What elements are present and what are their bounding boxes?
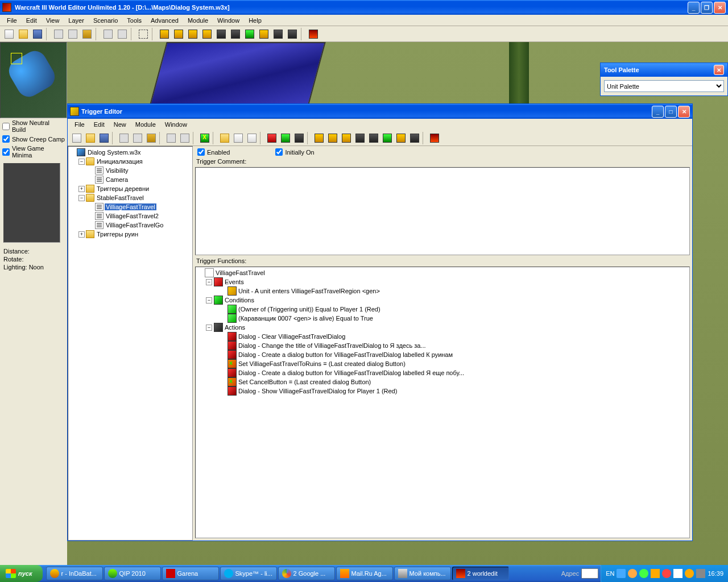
sound-editor-button[interactable] <box>271 28 284 40</box>
trigger-tree[interactable]: Dialog System.w3x −Инициализация Visibil… <box>68 146 193 541</box>
te-redo-button[interactable] <box>178 132 191 144</box>
neutral-check[interactable] <box>2 123 10 130</box>
menu-view[interactable]: View <box>42 16 64 25</box>
start-button[interactable]: пуск <box>0 565 43 582</box>
te-close-button[interactable]: ✕ <box>678 106 690 118</box>
te-save-button[interactable] <box>97 132 110 144</box>
te-mod8-button[interactable] <box>408 132 421 144</box>
func-event-1[interactable]: Unit - A unit enters VilliageFastTravelR… <box>197 286 688 296</box>
tree-trigger-vft2[interactable]: VilliageFastTravel2 <box>69 211 191 221</box>
menu-layer[interactable]: Layer <box>64 16 89 25</box>
menu-window[interactable]: Window <box>213 16 244 25</box>
func-act-2[interactable]: Dialog - Change the title of VilliageFas… <box>197 341 688 350</box>
menu-module[interactable]: Module <box>183 16 213 25</box>
tree-folder-stable[interactable]: −StableFastTravel <box>69 193 191 202</box>
save-button[interactable] <box>31 28 44 40</box>
tree-trigger-camera[interactable]: Camera <box>69 175 191 184</box>
func-events[interactable]: −Events <box>197 277 688 286</box>
copy-button[interactable] <box>66 28 79 40</box>
menu-help[interactable]: Help <box>244 16 266 25</box>
tree-folder-ruins[interactable]: +Триггеры руин <box>69 230 191 239</box>
new-button[interactable] <box>2 28 15 40</box>
func-act-3[interactable]: Dialog - Create a dialog button for Vill… <box>197 350 688 359</box>
te-mod4-button[interactable] <box>353 132 366 144</box>
te-menu-window[interactable]: Window <box>160 120 192 129</box>
te-paste-button[interactable] <box>144 132 158 144</box>
restore-button[interactable]: ❐ <box>701 2 713 14</box>
func-act-6[interactable]: Set CancelButton = (Last created dialog … <box>197 377 688 386</box>
te-mod7-button[interactable] <box>394 132 407 144</box>
func-act-5[interactable]: Dialog - Create a dialog button for Vill… <box>197 368 688 377</box>
comment-textarea[interactable] <box>195 167 690 255</box>
tray-icon[interactable] <box>617 569 626 578</box>
system-tray[interactable]: EN 16:39 <box>601 565 728 582</box>
te-menu-module[interactable]: Module <box>131 120 160 129</box>
task-item[interactable]: r - InDaBat... <box>46 567 103 580</box>
te-cut-button[interactable] <box>117 132 130 144</box>
te-mod6-button[interactable] <box>380 132 394 144</box>
te-open-button[interactable] <box>84 132 97 144</box>
trigger-functions-tree[interactable]: VilliageFastTravel −Events Unit - A unit… <box>195 267 690 538</box>
tray-icon[interactable] <box>662 569 671 578</box>
te-mod1-button[interactable] <box>312 132 325 144</box>
task-item[interactable]: Mail.Ru Ag... <box>336 567 393 580</box>
minimap-check[interactable] <box>2 148 10 156</box>
address-input[interactable] <box>581 568 598 579</box>
tray-icon[interactable] <box>651 569 660 578</box>
te-new-event-button[interactable] <box>265 132 278 144</box>
menu-file[interactable]: File <box>2 16 22 25</box>
func-actions[interactable]: −Actions <box>197 323 688 332</box>
te-mod2-button[interactable] <box>326 132 339 144</box>
menu-tools[interactable]: Tools <box>122 16 146 25</box>
paste-button[interactable] <box>80 28 93 40</box>
tray-icon[interactable] <box>628 569 637 578</box>
te-new-category-button[interactable] <box>218 132 231 144</box>
task-item[interactable]: Garena <box>162 567 219 580</box>
func-root[interactable]: VilliageFastTravel <box>197 268 688 277</box>
enabled-check[interactable] <box>197 148 205 156</box>
te-new-button[interactable] <box>70 132 83 144</box>
menu-advanced[interactable]: Advanced <box>146 16 183 25</box>
te-new-trigger-button[interactable] <box>231 132 245 144</box>
task-item-active[interactable]: 2 worldedit <box>452 567 509 580</box>
te-new-condition-button[interactable] <box>279 132 292 144</box>
terrain2-button[interactable] <box>172 28 185 40</box>
camera-button[interactable] <box>229 28 242 40</box>
redo-button[interactable] <box>115 28 129 40</box>
tray-icon[interactable] <box>639 569 648 578</box>
tree-root[interactable]: Dialog System.w3x <box>69 148 191 157</box>
cut-button[interactable] <box>52 28 65 40</box>
task-item[interactable]: Skype™ - li... <box>220 567 277 580</box>
undo-button[interactable] <box>101 28 114 40</box>
open-button[interactable] <box>16 28 30 40</box>
func-conditions[interactable]: −Conditions <box>197 296 688 305</box>
clock[interactable]: 16:39 <box>708 570 723 577</box>
tray-icon[interactable] <box>696 569 705 578</box>
region-button[interactable] <box>214 28 228 40</box>
te-mod5-button[interactable] <box>367 132 380 144</box>
te-maximize-button[interactable]: □ <box>665 106 677 118</box>
func-act-7[interactable]: Dialog - Show VilliageFastTravelDialog f… <box>197 386 688 396</box>
palette-close-button[interactable]: ✕ <box>714 65 724 75</box>
tree-trigger-vft[interactable]: VilliageFastTravel <box>69 202 191 211</box>
te-new-action-button[interactable] <box>292 132 305 144</box>
tree-folder-village[interactable]: +Триггеры деревни <box>69 184 191 193</box>
menu-scenario[interactable]: Scenario <box>89 16 122 25</box>
task-item[interactable]: QIP 2010 <box>104 567 161 580</box>
te-menu-edit[interactable]: Edit <box>89 120 109 129</box>
tray-icon[interactable] <box>685 569 694 578</box>
func-act-4[interactable]: Set VilliageFastTravelToRuins = (Last cr… <box>197 359 688 368</box>
unit-button[interactable] <box>200 28 213 40</box>
initially-on-check[interactable] <box>275 148 283 156</box>
creep-check[interactable] <box>2 135 10 143</box>
te-new-comment-button[interactable] <box>245 132 258 144</box>
test-map-button[interactable] <box>307 28 320 40</box>
lang-indicator[interactable]: EN <box>606 570 614 577</box>
palette-type-select[interactable]: Unit Palette <box>604 80 724 92</box>
doodad-button[interactable] <box>186 28 199 40</box>
tray-icon[interactable] <box>673 569 682 578</box>
tree-trigger-visibility[interactable]: Visibility <box>69 166 191 175</box>
object-mgr-button[interactable] <box>243 28 256 40</box>
func-act-1[interactable]: Dialog - Clear VilliageFastTravelDialog <box>197 332 688 341</box>
trigger-editor-button[interactable] <box>257 28 270 40</box>
